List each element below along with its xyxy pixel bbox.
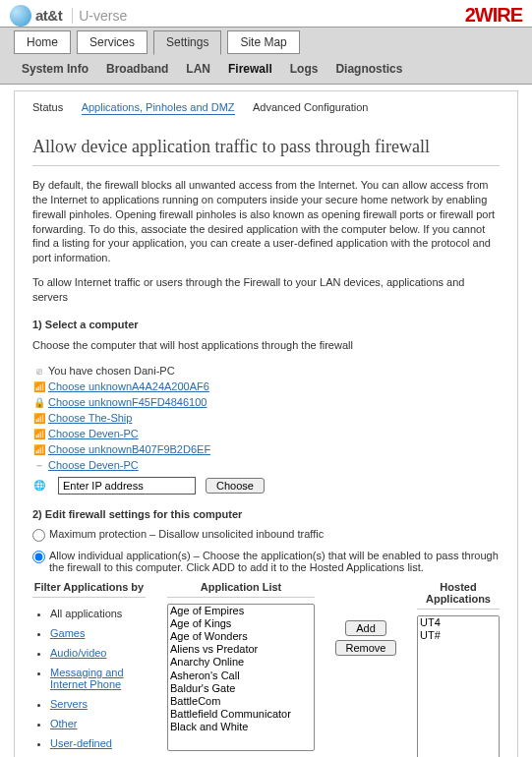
wifi-icon: 📶	[32, 381, 46, 392]
radio-max-protection[interactable]	[32, 529, 45, 542]
device-link[interactable]: Choose unknownA4A24A200AF6	[48, 380, 209, 392]
tab-settings[interactable]: Settings	[153, 30, 221, 55]
ip-input[interactable]	[58, 477, 196, 495]
app-option[interactable]: Battlefield Communicator	[168, 708, 314, 721]
globe-icon: 🌐	[32, 480, 46, 491]
add-button[interactable]: Add	[345, 620, 386, 636]
att-logo: at&t U-verse	[10, 5, 127, 27]
subtab-broadband[interactable]: Broadband	[106, 62, 168, 76]
device-link[interactable]: Choose Deven-PC	[48, 459, 139, 471]
subtab-firewall[interactable]: Firewall	[228, 62, 272, 76]
app-option[interactable]: Age of Empires	[168, 605, 314, 617]
app-option[interactable]: Asheron's Call	[168, 670, 314, 682]
main-tabs: Home Services Settings Site Map	[0, 28, 532, 54]
app-option[interactable]: Age of Kings	[168, 617, 314, 630]
filter-userdefined[interactable]: User-defined	[50, 737, 112, 749]
remove-button[interactable]: Remove	[335, 640, 397, 656]
app-option[interactable]: Baldur's Gate	[168, 682, 314, 695]
hosted-option[interactable]: UT4	[418, 616, 499, 629]
2wire-logo: 2WIRE	[465, 4, 522, 27]
subtab-systeminfo[interactable]: System Info	[22, 62, 89, 76]
radio-allow-apps[interactable]	[32, 551, 45, 563]
subnav-apps-pinholes[interactable]: Applications, Pinholes and DMZ	[82, 101, 235, 115]
app-option[interactable]: BattleCom	[168, 695, 314, 708]
filter-games[interactable]: Games	[50, 627, 85, 639]
applist-header: Application List	[167, 581, 315, 598]
device-link[interactable]: Choose unknownB407F9B2D6EF	[48, 443, 210, 455]
step1-heading: 1) Select a computer	[32, 319, 500, 330]
device-icon: 🔒	[32, 397, 46, 408]
globe-icon	[10, 5, 31, 27]
hosted-option[interactable]: UT#	[418, 629, 499, 642]
filter-servers[interactable]: Servers	[50, 698, 88, 710]
firewall-subnav: Status Applications, Pinholes and DMZ Ad…	[15, 91, 517, 123]
device-link[interactable]: Choose unknownF45FD4846100	[48, 396, 207, 408]
application-list[interactable]: Age of Empires Age of Kings Age of Wonde…	[167, 604, 315, 751]
app-option[interactable]: Anarchy Online	[168, 656, 314, 669]
intro-text: By default, the firewall blocks all unwa…	[32, 178, 500, 265]
att-text: at&t	[35, 7, 62, 24]
radio-max-label: Maximum protection – Disallow unsolicite…	[49, 528, 324, 540]
filter-audiovideo[interactable]: Audio/video	[50, 647, 107, 659]
filter-list: All applications Games Audio/video Messa…	[32, 604, 146, 753]
subtab-diagnostics[interactable]: Diagnostics	[335, 62, 402, 76]
choose-button[interactable]: Choose	[206, 478, 265, 494]
filter-messaging[interactable]: Messaging and Internet Phone	[50, 667, 124, 690]
wifi-icon: 📶	[32, 413, 46, 424]
filter-all[interactable]: All applications	[50, 608, 122, 619]
app-option[interactable]: Aliens vs Predator	[168, 643, 314, 656]
device-link[interactable]: Choose The-Ship	[48, 412, 132, 424]
tab-sitemap[interactable]: Site Map	[227, 30, 299, 54]
tab-home[interactable]: Home	[14, 30, 71, 54]
wifi-icon: 📶	[32, 444, 46, 455]
app-option[interactable]: Age of Wonders	[168, 630, 314, 643]
device-icon: ⎚	[32, 366, 46, 377]
sub-tabs: System Info Broadband LAN Firewall Logs …	[0, 54, 532, 84]
subtab-logs[interactable]: Logs	[290, 62, 319, 76]
subnav-status[interactable]: Status	[32, 101, 63, 113]
uverse-text: U-verse	[72, 8, 127, 24]
filter-header: Filter Applications by	[32, 581, 146, 598]
device-link[interactable]: Choose Deven-PC	[48, 428, 139, 439]
filter-other[interactable]: Other	[50, 718, 78, 729]
chosen-device: You have chosen Dani-PC	[48, 365, 175, 377]
step2-heading: 2) Edit firewall settings for this compu…	[32, 508, 500, 520]
tab-services[interactable]: Services	[77, 30, 148, 54]
step1-desc: Choose the computer that will host appli…	[32, 338, 500, 353]
device-list: ⎚You have chosen Dani-PC 📶Choose unknown…	[32, 363, 500, 473]
radio-allow-label: Allow individual application(s) – Choose…	[49, 550, 500, 573]
page-title: Allow device application traffic to pass…	[32, 137, 500, 166]
subnav-advanced[interactable]: Advanced Configuration	[253, 101, 368, 113]
wifi-icon: 📶	[32, 429, 46, 439]
app-option[interactable]: Black and White	[168, 721, 314, 733]
hosted-header: Hosted Applications	[417, 581, 500, 610]
ethernet-icon: ⎓	[32, 460, 46, 471]
hosted-applications[interactable]: UT4 UT#	[417, 615, 500, 757]
subtab-lan[interactable]: LAN	[186, 62, 210, 76]
intro2-text: To allow Internet traffic or users throu…	[32, 275, 500, 305]
